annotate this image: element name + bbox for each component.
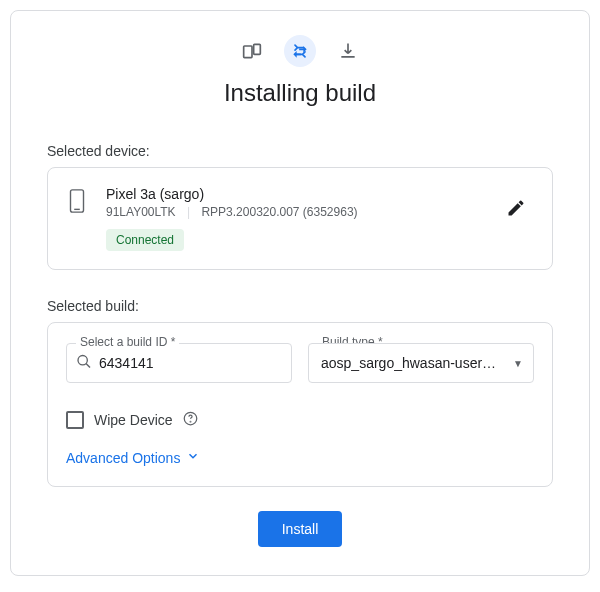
install-build-card: Installing build Selected device: Pixel …: [10, 10, 590, 576]
device-meta: 91LAY00LTK | RPP3.200320.007 (6352963): [106, 205, 480, 219]
build-row: Select a build ID * Build type * aosp_sa…: [66, 343, 534, 383]
build-box: Select a build ID * Build type * aosp_sa…: [47, 322, 553, 487]
help-icon[interactable]: [183, 411, 198, 429]
pencil-icon: [506, 206, 526, 221]
svg-line-5: [86, 364, 90, 368]
selected-device-label: Selected device:: [47, 143, 553, 159]
build-type-select[interactable]: aosp_sargo_hwasan-user… ▼: [308, 343, 534, 383]
device-name: Pixel 3a (sargo): [106, 186, 480, 202]
phone-icon: [68, 188, 86, 217]
status-badge: Connected: [106, 229, 184, 251]
build-id-field: Select a build ID *: [66, 343, 292, 383]
build-id-input[interactable]: [66, 343, 292, 383]
advanced-options-button[interactable]: Advanced Options: [66, 449, 200, 466]
install-row: Install: [47, 511, 553, 547]
install-button[interactable]: Install: [258, 511, 343, 547]
page-title: Installing build: [47, 79, 553, 107]
step-connect-icon: [284, 35, 316, 67]
build-id-label: Select a build ID *: [76, 335, 179, 349]
svg-point-4: [78, 356, 87, 365]
wipe-label: Wipe Device: [94, 412, 173, 428]
step-device-icon: [236, 35, 268, 67]
advanced-label: Advanced Options: [66, 450, 180, 466]
stepper: [47, 35, 553, 67]
device-build: RPP3.200320.007 (6352963): [201, 205, 357, 219]
step-download-icon: [332, 35, 364, 67]
search-icon: [76, 354, 92, 373]
chevron-down-icon: [186, 449, 200, 466]
svg-rect-1: [254, 44, 261, 54]
build-type-value: aosp_sargo_hwasan-user…: [321, 355, 496, 371]
device-info: Pixel 3a (sargo) 91LAY00LTK | RPP3.20032…: [106, 186, 480, 251]
meta-divider: |: [187, 205, 190, 219]
selected-build-label: Selected build:: [47, 298, 553, 314]
wipe-checkbox[interactable]: [66, 411, 84, 429]
dropdown-icon: ▼: [513, 358, 523, 369]
wipe-row: Wipe Device: [66, 411, 534, 429]
svg-rect-0: [244, 46, 252, 58]
svg-point-7: [190, 421, 191, 422]
edit-device-button[interactable]: [500, 192, 532, 227]
build-type-field: Build type * aosp_sargo_hwasan-user… ▼: [308, 343, 534, 383]
device-box: Pixel 3a (sargo) 91LAY00LTK | RPP3.20032…: [47, 167, 553, 270]
device-serial: 91LAY00LTK: [106, 205, 176, 219]
